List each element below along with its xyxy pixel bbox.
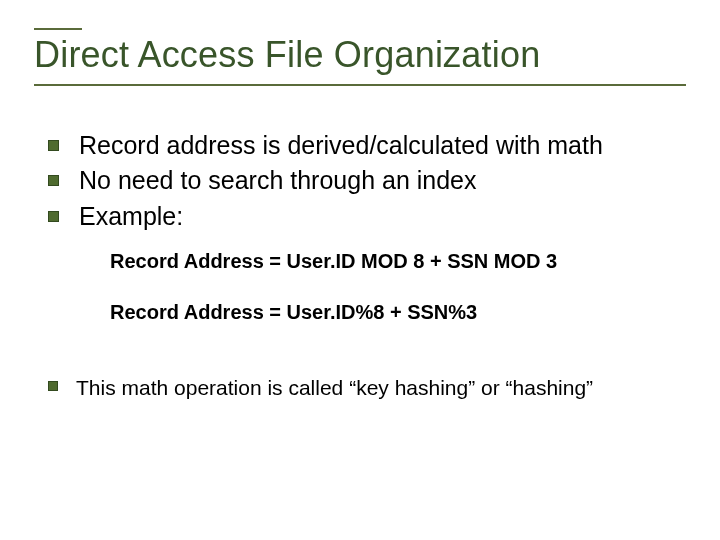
bullet-icon — [48, 381, 58, 391]
title-rule-top — [34, 28, 82, 30]
title-rule-bottom — [34, 84, 686, 86]
bullet-text: Record address is derived/calculated wit… — [79, 130, 603, 161]
title-block: Direct Access File Organization — [34, 28, 686, 86]
slide: Direct Access File Organization Record a… — [0, 0, 720, 540]
bullet-text: No need to search through an index — [79, 165, 477, 196]
bullet-text: This math operation is called “key hashi… — [76, 374, 593, 401]
footer-block: This math operation is called “key hashi… — [48, 352, 676, 401]
bullet-icon — [48, 211, 59, 222]
example-line: Record Address = User.ID MOD 8 + SSN MOD… — [110, 250, 676, 273]
list-item: Example: — [48, 201, 676, 232]
example-block: Record Address = User.ID MOD 8 + SSN MOD… — [48, 236, 676, 324]
slide-title: Direct Access File Organization — [34, 34, 686, 82]
list-item: This math operation is called “key hashi… — [48, 374, 676, 401]
list-item: No need to search through an index — [48, 165, 676, 196]
slide-body: Record address is derived/calculated wit… — [34, 86, 686, 401]
bullet-text: Example: — [79, 201, 183, 232]
bullet-list: Record address is derived/calculated wit… — [48, 130, 676, 232]
bullet-icon — [48, 140, 59, 151]
bullet-icon — [48, 175, 59, 186]
list-item: Record address is derived/calculated wit… — [48, 130, 676, 161]
example-line: Record Address = User.ID%8 + SSN%3 — [110, 301, 676, 324]
